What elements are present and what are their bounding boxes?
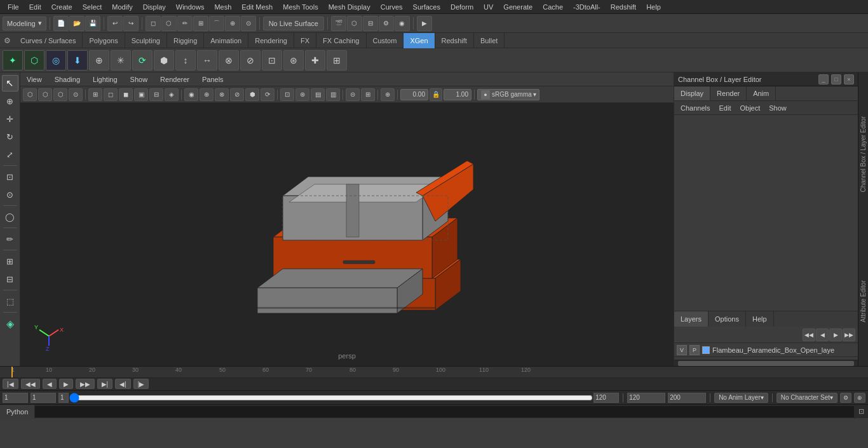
transport-prev-frame[interactable]: ◀	[43, 379, 57, 389]
channel-menu-show[interactable]: Show	[765, 101, 790, 115]
channel-tab-channels[interactable]: Display	[674, 86, 710, 100]
snap-point-btn[interactable]: ⊕	[225, 16, 240, 31]
vp-lock-icon[interactable]: 🔒	[430, 88, 442, 101]
shelf-tab-rendering[interactable]: Rendering	[248, 33, 294, 48]
vp-dd[interactable]: ⊟	[149, 88, 163, 101]
live-surface-btn[interactable]: No Live Surface	[263, 17, 324, 31]
vp-num-field1[interactable]: 0.00	[400, 89, 428, 100]
shelf-tab-curves[interactable]: Curves / Surfaces	[14, 33, 83, 48]
vp-gg[interactable]: ⊕	[200, 88, 214, 101]
viewport-menu-show[interactable]: Show	[126, 72, 152, 86]
shelf-tab-redshift[interactable]: Redshift	[435, 33, 474, 48]
shelf-tab-fxcaching[interactable]: FX Caching	[316, 33, 366, 48]
shelf-icon-11[interactable]: ⊗	[219, 50, 239, 71]
move-tool[interactable]: ✛	[2, 111, 18, 127]
vp-jj[interactable]: ⬢	[245, 88, 259, 101]
menu-display[interactable]: Display	[138, 0, 171, 14]
playback-slider-handle[interactable]	[58, 393, 69, 403]
max-frame-input[interactable]	[668, 393, 706, 403]
channel-box-maximize[interactable]: □	[831, 74, 841, 85]
shelf-icon-12[interactable]: ⊘	[240, 50, 261, 71]
vp-bb[interactable]: ◼	[119, 88, 133, 101]
xgen-tool[interactable]: ◈	[2, 315, 18, 332]
shelf-tab-sculpting[interactable]: Sculpting	[125, 33, 167, 48]
menu-help[interactable]: Help	[641, 0, 666, 14]
shelf-icon-16[interactable]: ⊞	[327, 50, 347, 71]
shelf-icon-7[interactable]: ⟳	[132, 50, 153, 71]
vp-mm[interactable]: ⊛	[295, 88, 309, 101]
menu-deform[interactable]: Deform	[445, 0, 478, 14]
shelf-icon-13[interactable]: ⊡	[262, 50, 282, 71]
python-input[interactable]	[35, 406, 854, 417]
soft-select-tool[interactable]: ◯	[2, 208, 18, 225]
snap-view-btn[interactable]: ⊙	[241, 16, 256, 31]
shelf-settings-btn[interactable]: ⚙	[0, 34, 14, 48]
shelf-icon-10[interactable]: ↔	[197, 50, 217, 71]
current-frame-input[interactable]	[3, 393, 28, 403]
vp-oo[interactable]: ▥	[326, 88, 340, 101]
layer-playback-btn[interactable]: P	[689, 345, 700, 355]
shelf-icon-4[interactable]: ⬇	[67, 50, 88, 71]
layer-icon-2[interactable]: ◀	[816, 329, 829, 341]
edge-tab-attribute-editor[interactable]: Attribute Editor	[858, 276, 868, 326]
python-end-btn[interactable]: ⊡	[854, 405, 868, 419]
char-set-dropdown[interactable]: No Character Set ▾	[776, 393, 837, 403]
viewport-menu-panels[interactable]: Panels	[198, 72, 227, 86]
menu-uv[interactable]: UV	[478, 0, 498, 14]
vp-num-field2[interactable]: 1.00	[444, 89, 471, 100]
menu-surfaces[interactable]: Surfaces	[408, 0, 445, 14]
range-end-input[interactable]	[627, 393, 665, 403]
viewport-menu-renderer[interactable]: Renderer	[156, 72, 193, 86]
vp-ee[interactable]: ◈	[165, 88, 179, 101]
menu-generate[interactable]: Generate	[498, 0, 538, 14]
vp-qq[interactable]: ⊞	[361, 88, 375, 101]
render-settings-btn[interactable]: ⚙	[379, 16, 394, 31]
menu-3dto[interactable]: -3DtoAll-	[568, 0, 606, 14]
transport-go-start[interactable]: |◀	[3, 379, 18, 389]
playback-end-input[interactable]	[593, 393, 619, 403]
render-view-btn[interactable]: 🎬	[331, 16, 346, 31]
pivot-tool[interactable]: ⊡	[2, 168, 18, 185]
paint-tool[interactable]: ✏	[2, 231, 18, 247]
shelf-tab-custom[interactable]: Custom	[367, 33, 404, 48]
channel-menu-object[interactable]: Object	[736, 101, 764, 115]
channel-scroll-thumb[interactable]	[678, 361, 854, 366]
vp-cc[interactable]: ▣	[134, 88, 148, 101]
layer-tab-help[interactable]: Help	[746, 311, 774, 327]
menu-create[interactable]: Create	[46, 0, 78, 14]
channel-menu-edit[interactable]: Edit	[715, 101, 735, 115]
menu-curves[interactable]: Curves	[376, 0, 408, 14]
display-render-btn[interactable]: ◉	[395, 16, 410, 31]
extra-btn-1[interactable]: ▶	[417, 16, 432, 31]
transport-loop[interactable]: |▶	[133, 379, 149, 389]
timeline-ruler[interactable]: 1 10 20 30 40 50 60 70 80 90 100 110 120	[0, 367, 868, 378]
menu-mesh[interactable]: Mesh	[209, 0, 236, 14]
layer-icon-3[interactable]: ▶	[829, 329, 842, 341]
marquee-tool[interactable]: ⬚	[2, 293, 18, 309]
channel-scrollbar[interactable]	[674, 360, 858, 366]
vp-hh[interactable]: ⊗	[215, 88, 229, 101]
vp-ii[interactable]: ⊘	[230, 88, 244, 101]
menu-edit-mesh[interactable]: Edit Mesh	[236, 0, 278, 14]
select-mode-btn[interactable]: ◻	[146, 16, 161, 31]
char-set-icon1[interactable]: ⚙	[840, 393, 851, 403]
open-scene-btn[interactable]: 📂	[69, 16, 85, 31]
playback-slider[interactable]	[69, 393, 593, 402]
layer-icon-1[interactable]: ◀◀	[803, 329, 815, 341]
new-scene-btn[interactable]: 📄	[53, 16, 69, 31]
shelf-tab-fx[interactable]: FX	[294, 33, 316, 48]
vp-camera-bk[interactable]: ⬡	[53, 88, 67, 101]
edge-loop-tool[interactable]: ⊟	[2, 271, 18, 287]
viewport-menu-view[interactable]: View	[23, 72, 46, 86]
menu-cache[interactable]: Cache	[538, 0, 568, 14]
shelf-tab-animation[interactable]: Animation	[204, 33, 248, 48]
vp-snap-aa[interactable]: ⊙	[69, 88, 83, 101]
channel-menu-channels[interactable]: Channels	[677, 101, 714, 115]
vp-camera-next[interactable]: ⬡	[38, 88, 52, 101]
vp-ff[interactable]: ◉	[184, 88, 198, 101]
vp-camera-prev[interactable]: ⬡	[23, 88, 37, 101]
menu-edit[interactable]: Edit	[24, 0, 46, 14]
shelf-icon-14[interactable]: ⊛	[283, 50, 304, 71]
vp-ll[interactable]: ⊡	[280, 88, 294, 101]
paint-select-btn[interactable]: ✏	[177, 16, 193, 31]
